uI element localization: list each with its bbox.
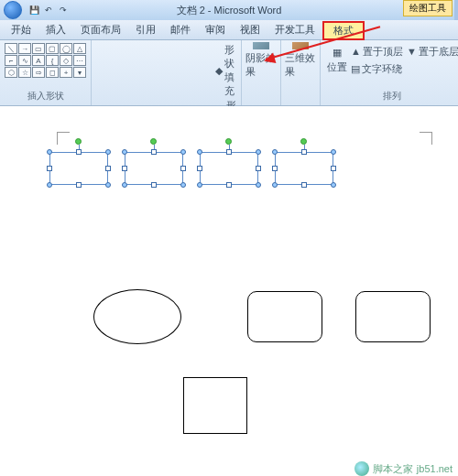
tab-review[interactable]: 审阅 xyxy=(198,20,233,39)
group-shape-styles: ▲ ▼ ▾ ◆形状填充 ▭形状轮廓 ↻更改形状 形状样式 xyxy=(92,40,242,105)
ribbon: ＼→▭▢◯△ ⌐∿A{◇⋯ ⬡☆⇨◻+▾ 插入形状 ▲ ▼ ▾ ◆形状填充 ▭形… xyxy=(0,40,458,106)
front-icon: ▲ xyxy=(351,46,361,57)
tab-mailings[interactable]: 邮件 xyxy=(163,20,198,39)
shape-line-icon[interactable]: ＼ xyxy=(5,43,17,54)
shape-arrow2-icon[interactable]: ⇨ xyxy=(32,67,45,78)
selected-rectangle-4[interactable] xyxy=(275,152,333,185)
group-label-arrange: 排列 xyxy=(324,89,458,103)
text-wrap-button[interactable]: ▤文字环绕 xyxy=(351,61,403,79)
rotate-handle-icon[interactable] xyxy=(300,138,307,145)
shape-square[interactable] xyxy=(183,377,247,434)
gallery-expand-icon[interactable]: ▾ xyxy=(73,67,86,78)
fill-icon: ◆ xyxy=(215,65,223,77)
group-label-insert: 插入形状 xyxy=(4,89,87,103)
redo-icon[interactable]: ↷ xyxy=(57,4,70,16)
shape-ellipse[interactable] xyxy=(93,289,181,344)
tab-insert[interactable]: 插入 xyxy=(38,20,73,39)
shape-hex-icon[interactable]: ⬡ xyxy=(5,67,17,78)
shadow-icon xyxy=(253,42,269,49)
shape-star-icon[interactable]: ☆ xyxy=(18,67,31,78)
shape-callout-icon[interactable]: ◻ xyxy=(46,67,59,78)
shape-more-icon[interactable]: ⋯ xyxy=(73,55,86,66)
tab-page-layout[interactable]: 页面布局 xyxy=(73,20,128,39)
wrap-icon: ▤ xyxy=(351,63,360,75)
tab-home[interactable]: 开始 xyxy=(4,20,38,39)
selected-rectangle-1[interactable] xyxy=(49,152,108,185)
group-arrange: ▦ 位置 ▲置于顶层 ▼置于底层 ▤文字环绕 排列 xyxy=(321,40,458,105)
shape-rrect-icon[interactable]: ▢ xyxy=(46,43,59,54)
send-back-button[interactable]: ▼置于底层 xyxy=(407,43,458,60)
margin-corner-tr xyxy=(420,132,432,145)
tab-references[interactable]: 引用 xyxy=(128,20,163,39)
window-controls[interactable] xyxy=(454,0,458,20)
document-canvas[interactable] xyxy=(0,106,458,458)
back-icon: ▼ xyxy=(407,46,417,57)
bring-front-button[interactable]: ▲置于顶层 xyxy=(351,43,403,60)
shape-curve-icon[interactable]: ∿ xyxy=(18,55,31,66)
3d-effects-button[interactable]: 三维效果 xyxy=(285,42,316,79)
shape-diamond-icon[interactable]: ◇ xyxy=(60,55,72,66)
rotate-handle-icon[interactable] xyxy=(150,138,157,145)
shape-oval-icon[interactable]: ◯ xyxy=(60,43,72,54)
shape-rounded-rect-2[interactable] xyxy=(355,291,431,342)
save-icon[interactable]: 💾 xyxy=(27,4,40,16)
contextual-tab-label: 绘图工具 xyxy=(403,0,453,16)
site-name: 脚本之家 xyxy=(373,462,413,476)
title-bar: 💾 ↶ ↷ 文档 2 - Microsoft Word 绘图工具 xyxy=(0,0,458,20)
quick-access-toolbar: 💾 ↶ ↷ xyxy=(27,4,70,16)
shapes-gallery[interactable]: ＼→▭▢◯△ ⌐∿A{◇⋯ ⬡☆⇨◻+▾ xyxy=(4,42,87,79)
group-shadow: 阴影效果 xyxy=(242,40,281,105)
office-orb-button[interactable] xyxy=(4,1,22,19)
tab-developer[interactable]: 开发工具 xyxy=(267,20,322,39)
watermark: 脚本之家 jb51.net xyxy=(354,461,453,476)
arrange-list: ▲置于顶层 ▼置于底层 ▤文字环绕 xyxy=(350,42,458,79)
shape-plus-icon[interactable]: + xyxy=(60,67,72,78)
window-title: 文档 2 - Microsoft Word xyxy=(177,4,282,17)
site-logo-icon xyxy=(354,461,369,476)
undo-icon[interactable]: ↶ xyxy=(42,4,55,16)
group-insert-shapes: ＼→▭▢◯△ ⌐∿A{◇⋯ ⬡☆⇨◻+▾ 插入形状 xyxy=(0,40,92,105)
margin-corner-tl xyxy=(57,132,70,145)
shape-brace-icon[interactable]: { xyxy=(46,55,59,66)
ribbon-tabs: 开始 插入 页面布局 引用 邮件 审阅 视图 开发工具 格式 xyxy=(0,20,458,40)
selected-rectangle-3[interactable] xyxy=(200,152,258,185)
group-3d: 三维效果 xyxy=(281,40,321,105)
shape-rounded-rect-1[interactable] xyxy=(247,291,322,342)
shape-text-icon[interactable]: A xyxy=(32,55,45,66)
site-url: jb51.net xyxy=(417,463,453,474)
tab-view[interactable]: 视图 xyxy=(233,20,267,39)
selected-rectangle-2[interactable] xyxy=(125,152,183,185)
shape-fill-button[interactable]: ◆形状填充 xyxy=(215,43,236,98)
shape-arrow-icon[interactable]: → xyxy=(18,43,31,54)
cube-icon xyxy=(292,42,309,49)
position-button[interactable]: ▦ 位置 xyxy=(324,42,350,79)
shape-connector-icon[interactable]: ⌐ xyxy=(5,55,17,66)
position-icon: ▦ xyxy=(333,47,342,59)
shadow-effects-button[interactable]: 阴影效果 xyxy=(245,42,277,79)
shape-tri-icon[interactable]: △ xyxy=(73,43,86,54)
shape-rect-icon[interactable]: ▭ xyxy=(32,43,45,54)
rotate-handle-icon[interactable] xyxy=(75,138,82,145)
rotate-handle-icon[interactable] xyxy=(225,138,232,145)
tab-format[interactable]: 格式 xyxy=(322,21,365,40)
